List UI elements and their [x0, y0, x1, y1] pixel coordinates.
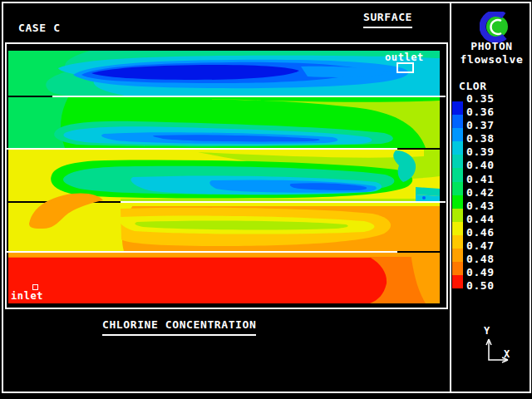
- legend-swatch: [452, 275, 463, 288]
- legend-swatch-column: [452, 101, 463, 288]
- legend-swatch: [452, 168, 463, 181]
- legend-level: 0.43: [466, 200, 495, 213]
- legend-swatch: [452, 262, 463, 275]
- legend-swatch: [452, 222, 463, 235]
- baffle-line: [6, 251, 397, 253]
- photon-app-screen: CASE C SURFACE: [0, 0, 532, 399]
- baffle-line: [52, 96, 446, 97]
- contour-region: [8, 253, 440, 257]
- y-axis-label: Y: [484, 325, 490, 337]
- inlet-marker: [32, 284, 38, 290]
- legend-swatch: [452, 141, 463, 155]
- legend-swatch: [452, 182, 463, 195]
- legend-swatch: [452, 209, 463, 222]
- legend-level: 0.36: [466, 106, 495, 119]
- app-name: PHOTON: [451, 40, 532, 52]
- contour-region: [8, 258, 387, 303]
- legend-swatch: [452, 128, 463, 141]
- legend-level: 0.48: [466, 253, 495, 266]
- legend-level: 0.35: [466, 92, 495, 106]
- legend-level: 0.38: [466, 132, 495, 145]
- outlet-label: outlet: [385, 52, 424, 63]
- legend-level: 0.50: [466, 279, 495, 293]
- legend-swatch: [452, 195, 463, 209]
- plot-caption: CHLORINE CONCENTRATION: [102, 318, 256, 336]
- legend-level: 0.49: [466, 266, 495, 279]
- legend-swatch: [452, 155, 463, 168]
- inlet-label: inlet: [11, 290, 43, 302]
- legend-labels: 0.35 0.36 0.37 0.38 0.39 0.40 0.41 0.42 …: [466, 92, 495, 293]
- legend-swatch: [452, 235, 463, 249]
- outlet-marker: [397, 62, 414, 73]
- contour-field: [8, 51, 440, 303]
- contour-region: [8, 97, 68, 148]
- legend-swatch: [452, 249, 463, 262]
- legend-level: 0.37: [466, 119, 495, 132]
- legend-level: 0.42: [466, 186, 495, 200]
- legend-title: CLOR: [459, 80, 487, 92]
- legend-level: 0.41: [466, 173, 495, 186]
- app-subname: flowsolve: [451, 53, 532, 66]
- legend-level: 0.47: [466, 239, 495, 253]
- case-title: CASE C: [18, 22, 61, 34]
- baffle-line: [121, 201, 446, 203]
- contour-region: [121, 203, 440, 206]
- x-axis-label: X: [504, 348, 510, 360]
- legend-swatch: [452, 115, 463, 128]
- legend-level: 0.39: [466, 145, 495, 159]
- legend-swatch: [452, 101, 463, 115]
- photon-logo-icon: [480, 12, 511, 43]
- view-mode-label: SURFACE: [363, 11, 412, 28]
- baffle-line: [6, 148, 397, 150]
- contour-region: [422, 196, 426, 200]
- legend-level: 0.40: [466, 159, 495, 172]
- legend-level: 0.44: [466, 213, 495, 226]
- legend-level: 0.46: [466, 226, 495, 239]
- plot-caption-text: CHLORINE CONCENTRATION: [102, 318, 256, 336]
- view-mode-text: SURFACE: [363, 11, 412, 28]
